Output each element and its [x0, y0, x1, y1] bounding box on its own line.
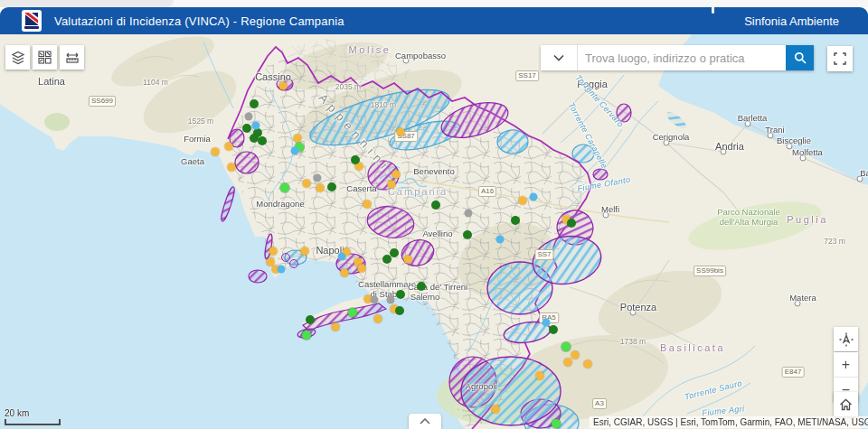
measure-button[interactable] [60, 45, 84, 70]
dgreen-feature-marker[interactable] [396, 290, 405, 299]
map-label: Basilicata [660, 342, 725, 354]
dgreen-feature-marker[interactable] [567, 219, 576, 228]
map-label: Barletta [738, 114, 768, 124]
map-label: Potenza [620, 302, 656, 313]
yellow-feature-marker[interactable] [341, 269, 349, 277]
yellow-feature-marker[interactable] [388, 181, 396, 189]
map-label: Foggia [577, 79, 608, 90]
home-button[interactable] [834, 392, 858, 416]
yellow-feature-marker[interactable] [392, 171, 401, 179]
dgreen-feature-marker[interactable] [258, 136, 267, 145]
map-label: Molfetta [792, 148, 823, 158]
map-label: Formia [184, 135, 211, 145]
map-label: Benevento [413, 167, 454, 177]
dgreen-feature-marker[interactable] [306, 315, 315, 324]
ring-feature-marker[interactable] [289, 259, 298, 268]
town-dot [857, 176, 863, 182]
dgreen-feature-marker[interactable] [351, 155, 360, 164]
bottom-panel-expander[interactable] [409, 414, 441, 429]
graydot-feature-marker[interactable] [245, 113, 253, 121]
yellow-feature-marker[interactable] [303, 180, 311, 188]
window-top-tab [0, 0, 174, 7]
map-label: 1810 m [371, 101, 396, 110]
yellow-feature-marker[interactable] [358, 265, 366, 273]
dgreen-feature-marker[interactable] [250, 134, 259, 143]
dgreen-feature-marker[interactable] [395, 306, 404, 315]
zoom-in-button[interactable]: + [834, 352, 858, 377]
search-submit-button[interactable] [786, 45, 814, 70]
page-title: Valutazioni di Incidenza (VINCA) - Regio… [54, 14, 344, 28]
bluedot-feature-marker[interactable] [530, 193, 538, 201]
yellow-feature-marker[interactable] [269, 247, 278, 256]
fullscreen-button[interactable] [827, 46, 853, 71]
town-dot [787, 144, 793, 150]
bgreen-feature-marker[interactable] [302, 331, 311, 340]
bluedot-feature-marker[interactable] [542, 319, 551, 327]
bgreen-feature-marker[interactable] [280, 183, 289, 192]
town-dot [745, 121, 751, 127]
yellow-feature-marker[interactable] [363, 201, 372, 209]
layers-icon [11, 51, 25, 65]
graydot-feature-marker[interactable] [387, 296, 395, 304]
map-label: Bisceglie [777, 136, 811, 146]
road-shield: E847 [782, 367, 805, 378]
bluedot-feature-marker[interactable] [291, 147, 299, 155]
road-shield: A16 [478, 186, 496, 197]
dgreen-feature-marker[interactable] [390, 248, 399, 257]
yellow-feature-marker[interactable] [279, 82, 288, 90]
dgreen-feature-marker[interactable] [250, 99, 259, 108]
yellow-feature-marker[interactable] [584, 360, 592, 368]
layers-button[interactable] [5, 45, 30, 70]
yellow-feature-marker[interactable] [228, 163, 236, 172]
graydot-feature-marker[interactable] [314, 174, 322, 182]
search-input[interactable] [578, 45, 786, 70]
yellow-feature-marker[interactable] [404, 256, 412, 264]
graydot-feature-marker[interactable] [465, 210, 473, 218]
bluedot-feature-marker[interactable] [278, 266, 286, 274]
map-label: 1525 m [188, 117, 213, 126]
map-label: Caserta [346, 184, 376, 194]
yellow-feature-marker[interactable] [397, 128, 405, 136]
locate-button[interactable] [834, 327, 858, 351]
ring-feature-marker[interactable] [281, 253, 290, 262]
yellow-feature-marker[interactable] [212, 148, 220, 156]
yellow-feature-marker[interactable] [564, 359, 572, 367]
yellow-feature-marker[interactable] [374, 315, 382, 323]
yellow-feature-marker[interactable] [301, 247, 309, 256]
dgreen-feature-marker[interactable] [431, 201, 440, 210]
bgreen-feature-marker[interactable] [561, 342, 571, 351]
dgreen-feature-marker[interactable] [417, 282, 426, 291]
yellow-feature-marker[interactable] [294, 135, 302, 143]
dgreen-feature-marker[interactable] [382, 255, 392, 264]
map-label: Torrente Carapelle [566, 101, 609, 171]
map-label: Torrente Sauro [684, 378, 743, 402]
bluedot-feature-marker[interactable] [338, 253, 346, 261]
map-label: 723 m [824, 238, 845, 247]
map-label: Cerignola [653, 133, 690, 143]
yellow-feature-marker[interactable] [492, 406, 500, 414]
basemap-gallery-icon [38, 51, 52, 64]
dgreen-feature-marker[interactable] [242, 124, 251, 133]
map-viewport[interactable]: LatinaCassinoMoliseCampobassoFoggiaFormi… [0, 34, 868, 429]
map-label: 1104 m [143, 79, 168, 88]
yellow-feature-marker[interactable] [536, 372, 544, 380]
basemap-button[interactable] [33, 45, 57, 70]
bgreen-feature-marker[interactable] [348, 308, 357, 317]
yellow-feature-marker[interactable] [316, 184, 325, 192]
vinca-map-app: Valutazioni di Incidenza (VINCA) - Regio… [0, 0, 868, 429]
bluedot-feature-marker[interactable] [496, 236, 505, 244]
search-source-dropdown[interactable] [541, 45, 578, 70]
yellow-feature-marker[interactable] [519, 197, 527, 205]
dgreen-feature-marker[interactable] [511, 216, 520, 225]
map-label: Agropoli [466, 382, 497, 392]
map-attribution: Esri, CGIAR, USGS | Esri, TomTom, Garmin… [590, 415, 868, 429]
bluedot-feature-marker[interactable] [252, 122, 260, 130]
dgreen-feature-marker[interactable] [327, 182, 336, 191]
bgreen-feature-marker[interactable] [552, 419, 561, 428]
graydot-feature-marker[interactable] [371, 296, 379, 304]
dgreen-feature-marker[interactable] [463, 230, 472, 239]
yellow-feature-marker[interactable] [332, 323, 340, 331]
yellow-feature-marker[interactable] [225, 143, 233, 151]
dgreen-feature-marker[interactable] [549, 325, 558, 334]
yellow-feature-marker[interactable] [571, 351, 580, 359]
